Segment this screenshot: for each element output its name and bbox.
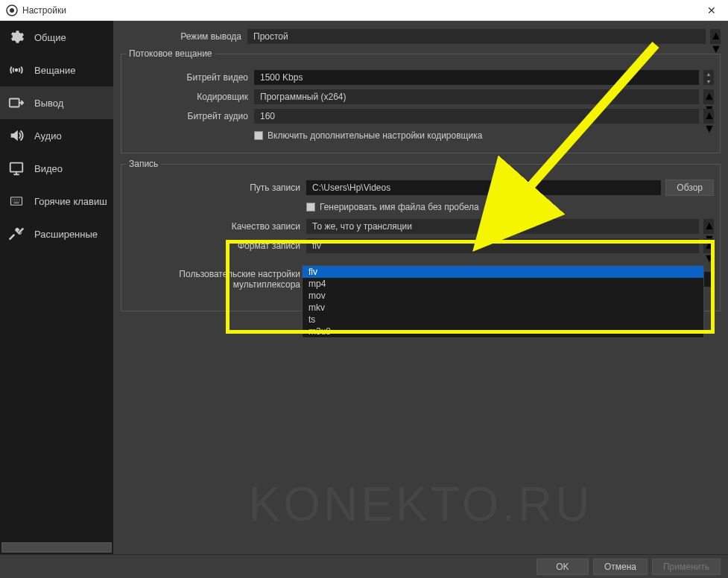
dropdown-option-flv[interactable]: flv bbox=[303, 266, 703, 278]
no-space-checkbox[interactable] bbox=[306, 203, 315, 212]
watermark-text: KONEKTO.RU bbox=[249, 477, 593, 532]
sidebar-label: Видео bbox=[34, 163, 63, 174]
recording-path-label: Путь записи bbox=[127, 182, 306, 193]
sidebar-label: Аудио bbox=[34, 130, 62, 142]
streaming-group-title: Потоковое вещание bbox=[126, 48, 215, 59]
advanced-encoder-checkbox[interactable] bbox=[254, 131, 263, 140]
select-spinner[interactable]: ▲▼ bbox=[703, 219, 714, 234]
select-spinner[interactable]: ▲▼ bbox=[710, 29, 721, 44]
content-panel: Режим вывода Простой ▲▼ Потоковое вещани… bbox=[113, 21, 728, 554]
window-title: Настройки bbox=[22, 5, 701, 16]
svg-point-1 bbox=[10, 8, 14, 13]
format-dropdown: flv mp4 mov mkv ts m3u8 bbox=[302, 265, 704, 338]
dropdown-option-mp4[interactable]: mp4 bbox=[303, 278, 703, 290]
app-logo-icon bbox=[6, 4, 18, 16]
cancel-button[interactable]: Отмена bbox=[593, 559, 648, 575]
footer: OK Отмена Применить bbox=[0, 554, 728, 578]
sidebar: Общие Вещание Вывод Аудио Видео Горячие … bbox=[0, 21, 113, 554]
recording-quality-select[interactable]: То же, что у трансляции bbox=[306, 219, 699, 234]
sidebar-label: Вещание bbox=[34, 65, 76, 76]
select-spinner[interactable]: ▲▼ bbox=[703, 109, 714, 124]
recording-format-label: Формат записи bbox=[127, 241, 306, 251]
select-spinner[interactable]: ▲▼ bbox=[703, 238, 714, 253]
sidebar-item-general[interactable]: Общие bbox=[0, 21, 113, 54]
recording-format-select[interactable]: flv bbox=[306, 238, 699, 253]
dropdown-option-mov[interactable]: mov bbox=[303, 290, 703, 302]
recording-group-title: Запись bbox=[126, 159, 161, 169]
apply-button[interactable]: Применить bbox=[652, 559, 721, 575]
no-space-label: Генерировать имя файла без пробела bbox=[320, 202, 479, 212]
sidebar-label: Вывод bbox=[34, 98, 63, 109]
audio-bitrate-select[interactable]: 160 bbox=[254, 109, 699, 124]
sidebar-item-audio[interactable]: Аудио bbox=[0, 119, 113, 152]
audio-bitrate-label: Битрейт аудио bbox=[127, 111, 254, 121]
encoder-label: Кодировщик bbox=[127, 92, 254, 102]
output-mode-label: Режим вывода bbox=[121, 31, 247, 42]
encoder-select[interactable]: Программный (x264) bbox=[254, 89, 699, 104]
video-bitrate-spinner[interactable]: ▲▼ bbox=[703, 70, 714, 85]
video-bitrate-label: Битрейт видео bbox=[127, 72, 254, 83]
tools-icon bbox=[6, 225, 27, 243]
monitor-icon bbox=[6, 159, 27, 177]
select-spinner[interactable]: ▲▼ bbox=[703, 89, 714, 104]
sidebar-item-output[interactable]: Вывод bbox=[0, 86, 113, 119]
advanced-encoder-label: Включить дополнительные настройки кодиро… bbox=[268, 130, 482, 141]
ok-button[interactable]: OK bbox=[536, 559, 589, 575]
browse-button[interactable]: Обзор bbox=[665, 180, 714, 196]
dropdown-option-m3u8[interactable]: m3u8 bbox=[303, 325, 703, 337]
sidebar-label: Горячие клавиш bbox=[34, 196, 107, 207]
svg-point-2 bbox=[16, 69, 18, 72]
output-mode-select[interactable]: Простой bbox=[247, 29, 706, 44]
speaker-icon bbox=[6, 127, 27, 144]
streaming-group: Потоковое вещание Битрейт видео 1500 Kbp… bbox=[121, 54, 721, 153]
svg-rect-4 bbox=[10, 163, 23, 172]
sidebar-scrollbar[interactable] bbox=[1, 542, 112, 553]
dropdown-option-ts[interactable]: ts bbox=[303, 314, 703, 325]
sidebar-label: Расширенные bbox=[34, 229, 98, 240]
sidebar-item-advanced[interactable]: Расширенные bbox=[0, 217, 113, 250]
gear-icon bbox=[6, 28, 27, 46]
close-button[interactable]: ✕ bbox=[701, 4, 722, 16]
sidebar-item-stream[interactable]: Вещание bbox=[0, 54, 113, 86]
output-icon bbox=[6, 94, 27, 112]
video-bitrate-input[interactable]: 1500 Kbps bbox=[254, 70, 699, 85]
sidebar-item-hotkeys[interactable]: Горячие клавиш bbox=[0, 185, 113, 217]
keyboard-icon bbox=[6, 192, 27, 210]
sidebar-label: Общие bbox=[34, 32, 66, 43]
dropdown-option-mkv[interactable]: mkv bbox=[303, 302, 703, 314]
sidebar-item-video[interactable]: Видео bbox=[0, 152, 113, 185]
svg-rect-3 bbox=[10, 99, 19, 107]
recording-path-input[interactable]: C:\Users\Hp\Videos bbox=[306, 180, 661, 195]
antenna-icon bbox=[6, 61, 27, 79]
mux-label: Пользовательские настройки мультиплексор… bbox=[127, 269, 306, 290]
recording-quality-label: Качество записи bbox=[127, 221, 306, 232]
titlebar: Настройки ✕ bbox=[0, 0, 728, 21]
